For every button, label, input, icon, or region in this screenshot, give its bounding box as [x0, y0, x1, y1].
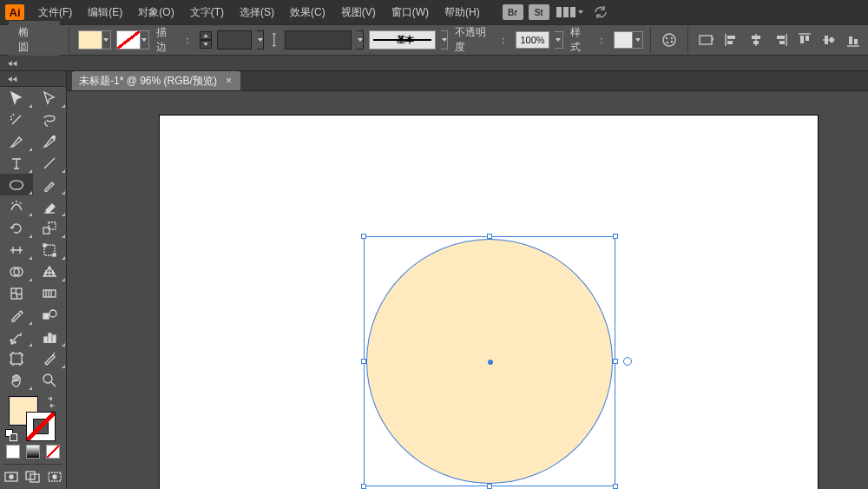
variable-width-dropdown[interactable]	[357, 30, 365, 50]
swap-fill-stroke-icon[interactable]	[45, 396, 57, 408]
menu-file[interactable]: 文件(F)	[31, 2, 79, 23]
bridge-button[interactable]: Br	[503, 4, 523, 20]
opacity-field[interactable]: 100%	[516, 31, 549, 49]
arrange-documents-button[interactable]	[556, 4, 582, 20]
align-left-icon[interactable]	[720, 29, 743, 51]
selection-handle-w[interactable]	[361, 359, 366, 364]
stroke-weight-field[interactable]	[217, 30, 252, 50]
menu-view[interactable]: 视图(V)	[334, 2, 383, 23]
menu-effect[interactable]: 效果(C)	[283, 2, 332, 23]
svg-point-1	[665, 37, 667, 39]
align-to-artboard-icon[interactable]	[696, 29, 715, 51]
eyedropper-tool[interactable]	[0, 304, 33, 326]
free-transform-tool[interactable]	[33, 239, 66, 261]
color-mode-solid[interactable]	[6, 445, 20, 459]
align-right-icon[interactable]	[769, 29, 792, 51]
menu-select[interactable]: 选择(S)	[233, 2, 281, 23]
brush-definition-field[interactable]: 基本	[369, 30, 436, 50]
menu-window[interactable]: 窗口(W)	[385, 2, 436, 23]
blend-tool[interactable]	[33, 304, 66, 326]
menu-object[interactable]: 对象(O)	[131, 2, 181, 23]
stock-button[interactable]: St	[529, 4, 549, 20]
graphic-style-swatch[interactable]	[614, 31, 633, 49]
line-segment-tool[interactable]	[33, 152, 66, 174]
svg-point-38	[43, 374, 52, 383]
menu-help[interactable]: 帮助(H)	[437, 2, 487, 23]
stroke-weight-dropdown[interactable]	[257, 30, 265, 50]
recolor-artwork-icon[interactable]	[660, 29, 679, 51]
eraser-tool[interactable]	[33, 195, 66, 217]
tools-collapse-strip[interactable]: ◄◄	[0, 71, 66, 87]
type-tool[interactable]	[0, 152, 33, 174]
slice-tool[interactable]	[33, 347, 66, 369]
ellipse-tool[interactable]	[0, 174, 33, 195]
stroke-weight-spinner[interactable]	[200, 31, 212, 49]
opacity-dropdown[interactable]	[555, 31, 563, 49]
align-bottom-icon[interactable]	[842, 29, 865, 51]
draw-normal-icon[interactable]	[0, 466, 22, 487]
selection-handle-se[interactable]	[613, 484, 618, 489]
selection-handle-nw[interactable]	[361, 234, 366, 239]
symbol-sprayer-tool[interactable]	[0, 326, 33, 347]
magic-wand-tool[interactable]	[0, 109, 33, 130]
brush-definition-dropdown[interactable]	[441, 30, 449, 50]
svg-rect-7	[727, 41, 733, 44]
variable-width-icon[interactable]	[269, 30, 279, 50]
svg-rect-29	[43, 314, 49, 319]
close-tab-icon[interactable]: ×	[224, 75, 233, 87]
selection-handle-sw[interactable]	[361, 484, 366, 489]
align-vcenter-icon[interactable]	[818, 29, 840, 51]
selection-handle-ne[interactable]	[613, 234, 618, 239]
stroke-color-swatch[interactable]	[26, 412, 56, 441]
selected-shape-label[interactable]: 椭圆	[9, 21, 60, 59]
draw-behind-icon[interactable]	[22, 466, 43, 487]
column-graph-tool[interactable]	[33, 326, 66, 347]
divider3	[687, 27, 688, 53]
menu-type[interactable]: 文字(T)	[183, 2, 231, 23]
zoom-tool[interactable]	[33, 369, 66, 391]
perspective-grid-tool[interactable]	[33, 261, 66, 282]
direct-selection-tool[interactable]	[33, 87, 66, 109]
hand-tool[interactable]	[0, 369, 33, 391]
shaper-tool[interactable]	[0, 195, 33, 217]
artboard-tool[interactable]	[0, 347, 33, 369]
graphic-style-dropdown[interactable]	[633, 31, 643, 49]
curvature-tool[interactable]	[33, 130, 66, 152]
gradient-tool[interactable]	[33, 282, 66, 304]
rotate-tool[interactable]	[0, 217, 33, 239]
scale-tool[interactable]	[33, 217, 66, 239]
sync-settings-icon[interactable]	[593, 4, 608, 20]
lasso-tool[interactable]	[33, 109, 66, 130]
color-mode-gradient[interactable]	[26, 445, 40, 459]
pen-tool[interactable]	[0, 130, 33, 152]
divider	[69, 27, 69, 53]
stroke-swatch[interactable]	[116, 30, 141, 50]
selection-handle-s[interactable]	[487, 484, 492, 489]
variable-width-field[interactable]	[285, 30, 352, 50]
shape-builder-tool[interactable]	[0, 261, 33, 282]
menu-edit[interactable]: 编辑(E)	[81, 2, 129, 23]
divider2	[650, 27, 651, 53]
svg-point-19	[10, 180, 23, 188]
selection-handle-e[interactable]	[613, 359, 618, 364]
color-mode-none[interactable]	[46, 445, 60, 459]
selection-handle-n[interactable]	[487, 234, 492, 239]
svg-rect-6	[727, 36, 735, 39]
pie-angle-handle[interactable]	[623, 357, 632, 366]
selection-tool[interactable]	[0, 87, 33, 109]
canvas[interactable]	[67, 91, 868, 489]
colon2: ：	[496, 33, 510, 48]
default-fill-stroke-icon[interactable]	[5, 429, 17, 441]
fill-swatch[interactable]	[78, 30, 102, 50]
align-top-icon[interactable]	[793, 29, 816, 51]
width-tool[interactable]	[0, 239, 33, 261]
colon3: ：	[595, 33, 608, 48]
mesh-tool[interactable]	[0, 282, 33, 304]
paintbrush-tool[interactable]	[33, 174, 66, 195]
align-hcenter-icon[interactable]	[745, 29, 767, 51]
draw-inside-icon[interactable]	[44, 466, 66, 487]
fill-swatch-dropdown[interactable]	[102, 30, 111, 50]
document-tab[interactable]: 未标题-1* @ 96% (RGB/预览) ×	[72, 71, 240, 90]
stroke-swatch-dropdown[interactable]	[141, 30, 149, 50]
collapse-panels-strip[interactable]: ◄◄	[0, 56, 868, 71]
